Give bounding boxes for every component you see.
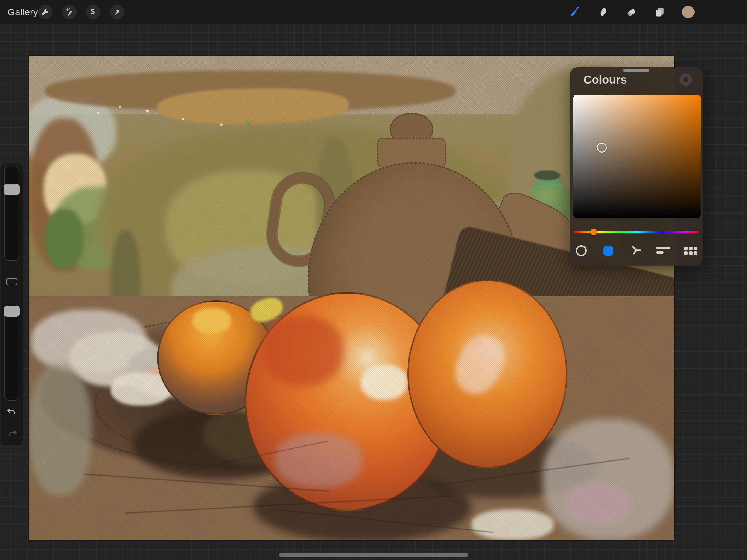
paint-stroke <box>246 121 249 123</box>
harmony-mode-icon <box>630 244 643 258</box>
paint-stroke <box>29 364 92 496</box>
paint-stroke <box>361 364 407 400</box>
top-toolbar: Gallery <box>0 0 747 24</box>
disc-mode-icon <box>576 245 587 256</box>
smudge-tool-button[interactable] <box>596 5 610 19</box>
eraser-icon <box>625 6 637 18</box>
panel-title: Colours <box>584 73 627 86</box>
selection-button[interactable] <box>86 5 100 19</box>
paint-stroke <box>119 105 121 108</box>
opacity-handle[interactable] <box>4 306 20 316</box>
selection-s-icon <box>88 8 97 17</box>
value-mode-icon <box>656 246 670 256</box>
paint-stroke <box>472 509 554 540</box>
colours-panel: Colours <box>570 67 703 265</box>
opacity-slider[interactable] <box>4 305 19 401</box>
paint-tool-button[interactable] <box>567 5 581 19</box>
modify-button[interactable] <box>6 278 18 285</box>
color-swatch-button[interactable] <box>681 5 695 19</box>
hue-slider[interactable] <box>574 228 698 236</box>
classic-mode-icon <box>603 246 613 256</box>
undo-icon <box>6 412 18 416</box>
hue-dot[interactable] <box>590 229 597 235</box>
paint-stroke <box>275 433 362 487</box>
procreate-app: Gallery <box>0 0 747 560</box>
transform-button[interactable] <box>110 5 124 19</box>
paint-stroke <box>261 315 343 386</box>
saturation-brightness-picker[interactable] <box>573 95 700 218</box>
picker-selection-dot[interactable] <box>597 143 607 153</box>
brush-size-slider[interactable] <box>4 166 19 261</box>
magic-wand-icon <box>65 8 74 17</box>
brush-sidebar <box>1 163 23 445</box>
gallery-button[interactable]: Gallery <box>8 0 38 24</box>
mode-value-button[interactable] <box>656 244 670 258</box>
redo-button[interactable] <box>6 429 18 437</box>
home-indicator[interactable] <box>279 553 468 557</box>
mode-harmony-button[interactable] <box>629 244 643 258</box>
adjustments-button[interactable] <box>62 5 77 19</box>
undo-button[interactable] <box>6 407 18 416</box>
current-color-swatch <box>682 6 695 18</box>
layers-icon <box>654 6 666 18</box>
mode-palettes-button[interactable] <box>684 244 698 258</box>
smudge-finger-icon <box>597 6 609 18</box>
brush-size-handle[interactable] <box>4 184 20 195</box>
paint-stroke <box>45 209 83 269</box>
jar-opening <box>534 170 560 180</box>
wrench-icon <box>41 8 50 17</box>
panel-drag-handle[interactable] <box>623 69 649 72</box>
paint-stroke <box>193 308 231 333</box>
actions-button[interactable] <box>38 5 52 19</box>
transform-arrow-icon <box>113 8 121 17</box>
layers-button[interactable] <box>653 5 667 19</box>
brush-icon <box>568 6 580 18</box>
paint-stroke <box>220 123 223 126</box>
mode-classic-button[interactable] <box>601 244 616 258</box>
paint-stroke <box>182 118 184 120</box>
paint-stroke <box>146 110 149 112</box>
paint-stroke <box>565 482 633 526</box>
close-icon[interactable] <box>679 73 692 86</box>
palettes-mode-icon <box>684 247 697 255</box>
redo-icon <box>6 434 18 438</box>
mode-disc-button[interactable] <box>574 244 588 258</box>
paint-stroke <box>97 111 100 114</box>
erase-tool-button[interactable] <box>624 5 638 19</box>
